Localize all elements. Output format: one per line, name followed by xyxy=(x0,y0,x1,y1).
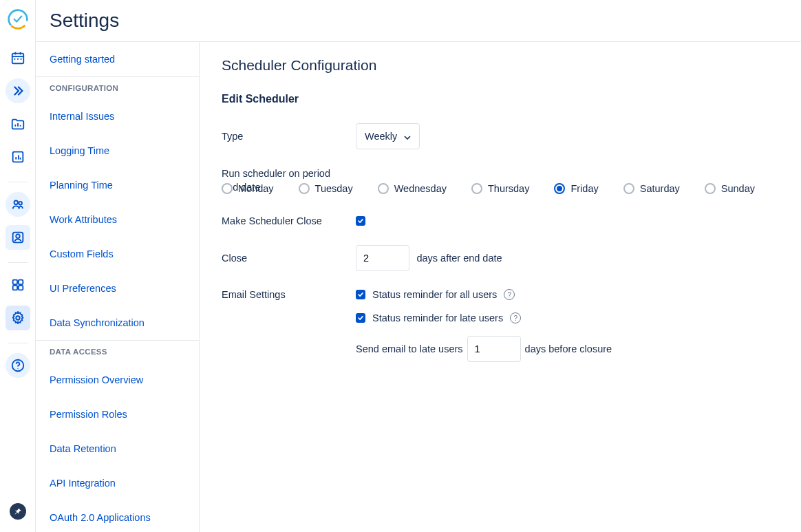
user-card-icon[interactable] xyxy=(6,225,30,250)
teams-icon[interactable] xyxy=(6,192,30,217)
svg-rect-21 xyxy=(18,280,22,284)
nav-planning-time[interactable]: Planning Time xyxy=(36,168,199,202)
svg-point-19 xyxy=(16,234,20,238)
app-logo-icon[interactable] xyxy=(7,8,29,30)
type-select[interactable]: Weekly xyxy=(356,123,420,149)
svg-rect-22 xyxy=(12,286,17,290)
settings-nav: Getting started CONFIGURATION Internal I… xyxy=(36,42,200,532)
nav-section-data-access: DATA ACCESS xyxy=(36,341,199,363)
close-suffix: days after end date xyxy=(416,253,502,264)
radio-saturday[interactable]: Saturday xyxy=(623,183,680,194)
chart-icon[interactable] xyxy=(6,145,30,169)
icon-rail xyxy=(0,0,36,532)
nav-api-integration[interactable]: API Integration xyxy=(36,466,199,500)
expand-icon[interactable] xyxy=(6,78,30,103)
scheduler-panel: Scheduler Configuration Edit Scheduler T… xyxy=(200,42,801,532)
status-late-checkbox[interactable] xyxy=(356,313,365,323)
panel-subtitle: Edit Scheduler xyxy=(222,93,779,105)
radio-friday[interactable]: Friday xyxy=(554,183,598,194)
radio-sunday[interactable]: Sunday xyxy=(705,183,755,194)
svg-rect-23 xyxy=(18,286,22,290)
apps-icon[interactable] xyxy=(6,273,30,297)
radio-tuesday[interactable]: Tuesday xyxy=(299,183,353,194)
page-header: Settings xyxy=(36,0,801,42)
radio-wednesday[interactable]: Wednesday xyxy=(378,183,447,194)
nav-internal-issues[interactable]: Internal Issues xyxy=(36,99,199,134)
settings-gear-icon[interactable] xyxy=(6,306,30,330)
nav-custom-fields[interactable]: Custom Fields xyxy=(36,237,199,271)
help-icon[interactable]: ? xyxy=(510,312,521,323)
radio-thursday[interactable]: Thursday xyxy=(471,183,529,194)
type-select-value: Weekly xyxy=(365,131,397,142)
pin-icon[interactable] xyxy=(10,503,26,520)
close-label: Close xyxy=(222,253,356,264)
calendar-icon[interactable] xyxy=(6,45,30,70)
make-close-checkbox[interactable] xyxy=(356,216,365,226)
panel-title: Scheduler Configuration xyxy=(222,57,779,74)
svg-point-26 xyxy=(17,368,18,369)
send-suffix: days before closure xyxy=(525,343,612,354)
make-close-label: Make Scheduler Close xyxy=(222,215,356,226)
nav-oauth[interactable]: OAuth 2.0 Applications xyxy=(36,500,199,532)
nav-data-synchronization[interactable]: Data Synchronization xyxy=(36,306,199,340)
svg-point-24 xyxy=(16,316,20,320)
type-label: Type xyxy=(222,131,356,142)
nav-data-retention[interactable]: Data Retention xyxy=(36,432,199,466)
status-all-label: Status reminder for all users xyxy=(372,289,497,300)
svg-point-17 xyxy=(19,202,22,205)
folder-chart-icon[interactable] xyxy=(6,111,30,136)
nav-ui-preferences[interactable]: UI Preferences xyxy=(36,271,199,306)
svg-rect-20 xyxy=(12,280,17,284)
send-days-input[interactable] xyxy=(467,336,521,362)
chevron-down-icon xyxy=(404,131,411,142)
status-all-checkbox[interactable] xyxy=(356,290,365,299)
radio-monday[interactable]: Monday xyxy=(222,183,274,194)
svg-point-16 xyxy=(14,201,18,205)
nav-section-configuration: CONFIGURATION xyxy=(36,77,199,99)
help-icon[interactable]: ? xyxy=(504,289,515,300)
close-days-input[interactable] xyxy=(356,245,409,271)
send-prefix: Send email to late users xyxy=(356,343,463,354)
nav-logging-time[interactable]: Logging Time xyxy=(36,134,199,168)
help-icon[interactable] xyxy=(6,353,30,378)
nav-getting-started[interactable]: Getting started xyxy=(36,42,199,76)
day-radio-group: Monday Tuesday Wednesday Thursday Friday… xyxy=(222,183,779,194)
nav-permission-overview[interactable]: Permission Overview xyxy=(36,363,199,397)
page-title: Settings xyxy=(50,10,801,32)
email-settings-label: Email Settings xyxy=(222,289,356,300)
nav-permission-roles[interactable]: Permission Roles xyxy=(36,397,199,432)
status-late-label: Status reminder for late users xyxy=(372,312,503,323)
nav-work-attributes[interactable]: Work Attributes xyxy=(36,202,199,237)
